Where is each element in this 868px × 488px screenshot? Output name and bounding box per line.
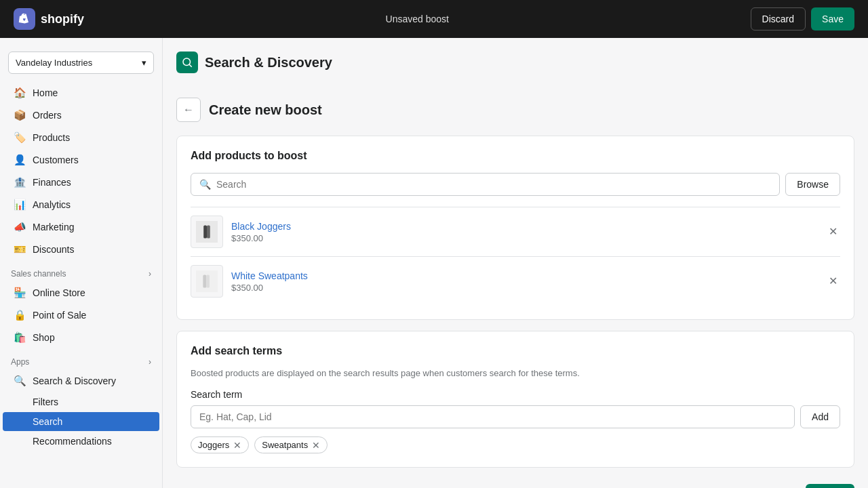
topbar-title: Unsaved boost xyxy=(386,14,449,24)
sub-item-label: Search xyxy=(33,416,62,427)
chevron-right-icon-apps: › xyxy=(149,357,151,367)
sidebar-item-finances[interactable]: 🏦Finances xyxy=(3,171,159,193)
finances-icon: 🏦 xyxy=(14,176,26,188)
shopify-logo-icon xyxy=(14,8,35,30)
sidebar-item-label: Orders xyxy=(33,110,62,121)
bottom-bar: Save xyxy=(176,479,854,488)
sidebar-item-products[interactable]: 🏷️Products xyxy=(3,127,159,148)
svg-rect-3 xyxy=(203,225,207,238)
tag-label-joggers: Joggers xyxy=(198,440,229,450)
tags-row: Joggers✕Sweatpants✕ xyxy=(191,436,840,453)
back-button[interactable]: ← xyxy=(176,98,201,122)
sidebar-item-label: Home xyxy=(33,87,58,98)
orders-icon: 📦 xyxy=(14,109,26,121)
create-boost-header: ← Create new boost xyxy=(176,98,854,122)
sidebar-item-online-store[interactable]: 🏪Online Store xyxy=(3,282,159,304)
topbar: shopify Unsaved boost Discard Save xyxy=(0,0,868,38)
analytics-icon: 📊 xyxy=(14,199,26,211)
sidebar-item-orders[interactable]: 📦Orders xyxy=(3,104,159,126)
search-terms-title: Add search terms xyxy=(191,345,840,357)
sales-channel-items: 🏪Online Store🔒Point of Sale🛍️Shop xyxy=(0,282,162,348)
sidebar-item-label: Search & Discovery xyxy=(33,375,116,386)
search-discovery-icon: 🔍 xyxy=(14,375,26,387)
sidebar: Vandelay Industries ▾ 🏠Home📦Orders🏷️Prod… xyxy=(0,38,163,488)
products-list: Black Joggers $350.00 ✕ White Sweatpants… xyxy=(191,207,840,306)
sidebar-subitem-search[interactable]: Search xyxy=(3,412,159,431)
sidebar-item-label: Finances xyxy=(33,177,71,188)
search-term-input[interactable] xyxy=(191,405,795,428)
sidebar-item-home[interactable]: 🏠Home xyxy=(3,82,159,104)
marketing-icon: 📣 xyxy=(14,221,26,233)
remove-tag-joggers[interactable]: ✕ xyxy=(233,441,241,450)
sidebar-item-label: Products xyxy=(33,132,70,143)
remove-tag-sweatpants[interactable]: ✕ xyxy=(312,441,320,450)
main-content: Search & Discovery ← Create new boost Ad… xyxy=(163,38,868,488)
sidebar-subitem-filters[interactable]: Filters xyxy=(3,392,159,411)
tag-sweatpants: Sweatpants✕ xyxy=(254,436,328,453)
add-term-button[interactable]: Add xyxy=(800,405,840,428)
svg-rect-4 xyxy=(207,225,210,238)
app-items: 🔍Search & Discovery xyxy=(0,370,162,392)
sub-items: FiltersSearchRecommendations xyxy=(0,392,162,451)
remove-product-black-joggers[interactable]: ✕ xyxy=(826,224,840,240)
sidebar-item-customers[interactable]: 👤Customers xyxy=(3,149,159,171)
sidebar-item-label: Marketing xyxy=(33,222,74,232)
search-term-row: Add xyxy=(191,405,840,428)
nav-items: 🏠Home📦Orders🏷️Products👤Customers🏦Finance… xyxy=(0,82,162,260)
layout: Vandelay Industries ▾ 🏠Home📦Orders🏷️Prod… xyxy=(0,38,868,488)
sub-item-label: Recommendations xyxy=(33,436,112,447)
product-price-black-joggers: $350.00 xyxy=(231,233,818,243)
sidebar-item-label: Discounts xyxy=(33,244,74,255)
browse-button[interactable]: Browse xyxy=(785,173,840,196)
tag-joggers: Joggers✕ xyxy=(191,436,249,453)
back-arrow-icon: ← xyxy=(183,104,194,116)
shop-icon: 🛍️ xyxy=(14,331,26,344)
sidebar-subitem-recommendations[interactable]: Recommendations xyxy=(3,432,159,451)
sidebar-item-shop[interactable]: 🛍️Shop xyxy=(3,327,159,348)
product-name-white-sweatpants[interactable]: White Sweatpants xyxy=(231,270,818,281)
save-bottom-button[interactable]: Save xyxy=(806,484,854,488)
sidebar-item-point-of-sale[interactable]: 🔒Point of Sale xyxy=(3,304,159,326)
svg-line-1 xyxy=(189,64,192,67)
chevron-down-icon: ▾ xyxy=(142,58,146,68)
sidebar-item-label: Analytics xyxy=(33,199,71,210)
product-item-white-sweatpants: White Sweatpants $350.00 ✕ xyxy=(191,256,840,306)
product-info-white-sweatpants: White Sweatpants $350.00 xyxy=(231,270,818,293)
customers-icon: 👤 xyxy=(14,154,26,166)
product-search-row: 🔍 Browse xyxy=(191,173,840,196)
sales-channels-label: Sales channels › xyxy=(0,261,162,281)
products-icon: 🏷️ xyxy=(14,131,26,144)
sidebar-item-search-discovery[interactable]: 🔍Search & Discovery xyxy=(3,370,159,392)
point-of-sale-icon: 🔒 xyxy=(14,309,26,321)
home-icon: 🏠 xyxy=(14,87,26,99)
save-top-button[interactable]: Save xyxy=(811,7,854,30)
add-products-title: Add products to boost xyxy=(191,150,840,162)
online-store-icon: 🏪 xyxy=(14,287,26,299)
sidebar-item-label: Shop xyxy=(33,332,55,343)
remove-product-white-sweatpants[interactable]: ✕ xyxy=(826,273,840,289)
product-search-input[interactable] xyxy=(216,179,771,190)
search-terms-desc: Boosted products are displayed on the se… xyxy=(191,368,840,378)
create-boost-title: Create new boost xyxy=(209,102,322,118)
product-info-black-joggers: Black Joggers $350.00 xyxy=(231,221,818,243)
sidebar-item-marketing[interactable]: 📣Marketing xyxy=(3,216,159,238)
add-products-card: Add products to boost 🔍 Browse Black Jog… xyxy=(176,136,854,320)
sidebar-item-analytics[interactable]: 📊Analytics xyxy=(3,194,159,216)
store-name: Vandelay Industries xyxy=(16,58,92,68)
product-price-white-sweatpants: $350.00 xyxy=(231,283,818,293)
topbar-actions: Discard Save xyxy=(751,7,854,30)
add-search-terms-card: Add search terms Boosted products are di… xyxy=(176,331,854,468)
store-selector[interactable]: Vandelay Industries ▾ xyxy=(8,52,154,74)
product-name-black-joggers[interactable]: Black Joggers xyxy=(231,221,818,232)
search-icon: 🔍 xyxy=(199,179,211,190)
sidebar-item-label: Online Store xyxy=(33,287,85,298)
sidebar-item-label: Customers xyxy=(33,155,79,165)
sidebar-item-label: Point of Sale xyxy=(33,310,86,321)
discard-button[interactable]: Discard xyxy=(751,7,806,30)
chevron-right-icon: › xyxy=(149,269,151,279)
tag-label-sweatpants: Sweatpants xyxy=(262,440,308,450)
logo: shopify xyxy=(14,8,84,30)
sidebar-item-discounts[interactable]: 🎫Discounts xyxy=(3,239,159,260)
svg-rect-7 xyxy=(206,274,210,287)
discounts-icon: 🎫 xyxy=(14,243,26,256)
